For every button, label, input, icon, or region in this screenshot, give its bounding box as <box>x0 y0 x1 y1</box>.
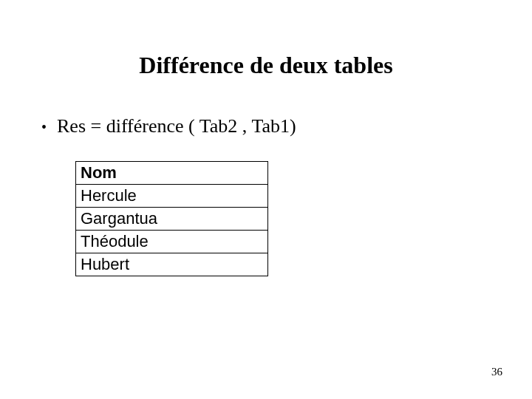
bullet-marker: • <box>41 117 47 137</box>
bullet-text: Res = différence ( Tab2 , Tab1) <box>57 115 296 137</box>
slide-title: Différence de deux tables <box>0 52 532 79</box>
page-number: 36 <box>491 366 502 378</box>
table-row: Hercule <box>76 185 268 208</box>
slide: Différence de deux tables • Res = différ… <box>0 0 532 399</box>
result-table: Nom Hercule Gargantua Théodule Hubert <box>75 161 268 276</box>
table-row: Hubert <box>76 253 268 276</box>
table-cell: Hubert <box>76 253 268 276</box>
table-cell: Hercule <box>76 185 268 208</box>
bullet-item: • Res = différence ( Tab2 , Tab1) <box>41 115 296 137</box>
result-table-wrap: Nom Hercule Gargantua Théodule Hubert <box>75 161 268 276</box>
table-cell: Théodule <box>76 231 268 253</box>
table-row: Théodule <box>76 231 268 253</box>
table-header-row: Nom <box>76 162 268 185</box>
table-row: Gargantua <box>76 208 268 231</box>
table-cell: Gargantua <box>76 208 268 231</box>
table-header-cell: Nom <box>76 162 268 185</box>
